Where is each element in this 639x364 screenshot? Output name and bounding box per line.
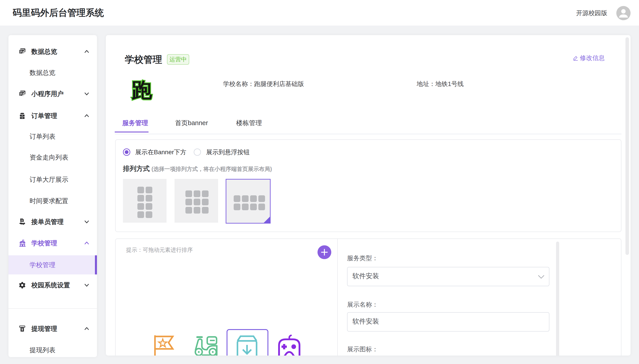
svg-text:跑: 跑 <box>131 79 152 101</box>
